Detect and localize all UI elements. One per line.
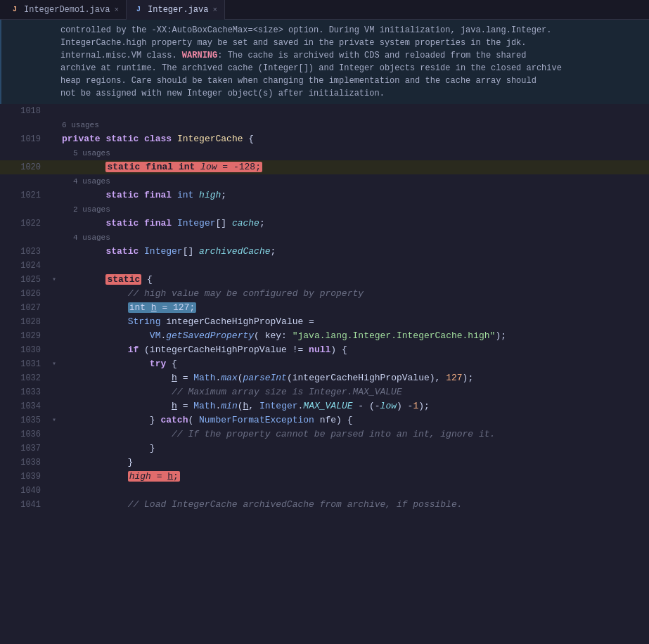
fold-usages2 (49, 202, 59, 217)
code-1033: // Maximum array size is Integer.MAX_VAL… (59, 385, 649, 399)
fold-1026 (49, 287, 59, 301)
line-1021: 1021 static final int high; (0, 188, 649, 202)
linenum-usages5 (0, 146, 49, 160)
linenum-1022: 1022 (0, 217, 49, 231)
code-1028: String integerCacheHighPropValue = (59, 315, 649, 329)
code-1025: static { (59, 273, 649, 287)
tab-close-integer[interactable]: × (212, 6, 217, 14)
linenum-1024: 1024 (0, 259, 49, 273)
line-1026: 1026 // high value may be configured by … (0, 287, 649, 301)
linenum-1033: 1033 (0, 385, 49, 399)
line-1020: 1020 static final int low = -128; (0, 160, 649, 174)
linenum-1036: 1036 (0, 427, 49, 442)
tab-label-integer: Integer.java (148, 5, 208, 15)
code-1027: int h = 127; (59, 301, 649, 315)
linenum-usages4b (0, 231, 49, 245)
line-1040: 1040 (0, 484, 649, 498)
line-1041: 1041 // Load IntegerCache archivedCache … (0, 498, 649, 512)
tab-integerdemo[interactable]: J IntegerDemo1.java × (3, 0, 127, 20)
code-1026: // high value may be configured by prope… (59, 287, 649, 301)
tab-close-integerdemo[interactable]: × (114, 6, 119, 14)
doc-line-5: heap regions. Care should be taken when … (60, 76, 536, 86)
usages-4b: 4 usages (0, 231, 649, 245)
code-1022: static final Integer[] cache; (59, 217, 649, 231)
linenum-1018: 1018 (0, 104, 49, 118)
code-1037: } (59, 442, 649, 456)
linenum-1031: 1031 (0, 357, 49, 371)
line-1029: 1029 VM.getSavedProperty( key: "java.lan… (0, 329, 649, 343)
fold-1037 (49, 442, 59, 456)
usages-6-text[interactable]: 6 usages (59, 118, 649, 132)
fold-1027 (49, 301, 59, 315)
line-1039: 1039 high = h; (0, 470, 649, 484)
fold-1024 (49, 259, 59, 273)
fold-1025[interactable]: ▾ (49, 273, 59, 287)
linenum-1027: 1027 (0, 301, 49, 315)
linenum-1040: 1040 (0, 484, 49, 498)
linenum-usages6 (0, 118, 49, 132)
fold-1018 (49, 104, 59, 118)
tab-label-integerdemo: IntegerDemo1.java (24, 5, 110, 15)
linenum-1035: 1035 (0, 413, 49, 427)
linenum-1037: 1037 (0, 442, 49, 456)
editor-area: controlled by the -XX:AutoBoxCacheMax=<s… (0, 20, 649, 644)
linenum-1025: 1025 (0, 273, 49, 287)
code-1032: h = Math.max(parseInt(integerCacheHighPr… (59, 371, 649, 385)
linenum-usages2 (0, 202, 49, 217)
code-1019: private static class IntegerCache { (59, 132, 649, 146)
code-1040 (59, 484, 649, 498)
fold-1033 (49, 385, 59, 399)
code-panel: controlled by the -XX:AutoBoxCacheMax=<s… (0, 20, 649, 644)
tab-bar: J IntegerDemo1.java × J Integer.java × (0, 0, 649, 20)
line-1024: 1024 (0, 259, 649, 273)
line-1025: 1025 ▾ static { (0, 273, 649, 287)
linenum-1034: 1034 (0, 399, 49, 413)
doc-line-3: internal.misc.VM class. WARNING: The cac… (60, 51, 527, 60)
code-1036: // If the property cannot be parsed into… (59, 427, 649, 442)
fold-1032 (49, 371, 59, 385)
linenum-1019: 1019 (0, 132, 49, 146)
code-1034: h = Math.min(h, Integer.MAX_VALUE - (-lo… (59, 399, 649, 413)
code-1023: static Integer[] archivedCache; (59, 245, 649, 259)
fold-1035[interactable]: ▾ (49, 413, 59, 427)
fold-usages5 (49, 146, 59, 160)
usages-4b-text[interactable]: 4 usages (59, 231, 649, 245)
usages-4a-text[interactable]: 4 usages (59, 174, 649, 188)
code-1020: static final int low = -128; (59, 160, 649, 174)
usages-2-text[interactable]: 2 usages (59, 202, 649, 217)
fold-1031[interactable]: ▾ (49, 357, 59, 371)
usages-5-text[interactable]: 5 usages (59, 146, 649, 160)
linenum-1038: 1038 (0, 456, 49, 470)
linenum-1028: 1028 (0, 315, 49, 329)
code-1035: } catch( NumberFormatException nfe) { (59, 413, 649, 427)
fold-usages4b (49, 231, 59, 245)
fold-1034 (49, 399, 59, 413)
line-1035: 1035 ▾ } catch( NumberFormatException nf… (0, 413, 649, 427)
line-1023: 1023 static Integer[] archivedCache; (0, 245, 649, 259)
fold-1020 (49, 160, 59, 174)
line-1032: 1032 h = Math.max(parseInt(integerCacheH… (0, 371, 649, 385)
code-1030: if (integerCacheHighPropValue != null) { (59, 343, 649, 357)
linenum-1032: 1032 (0, 371, 49, 385)
line-1038: 1038 } (0, 456, 649, 470)
line-1033: 1033 // Maximum array size is Integer.MA… (0, 385, 649, 399)
doc-line-1: controlled by the -XX:AutoBoxCacheMax=<s… (60, 25, 552, 35)
fold-1038 (49, 456, 59, 470)
fold-1040 (49, 484, 59, 498)
line-1037: 1037 } (0, 442, 649, 456)
fold-1039 (49, 470, 59, 484)
linenum-1023: 1023 (0, 245, 49, 259)
fold-1022 (49, 217, 59, 231)
line-1022: 1022 static final Integer[] cache; (0, 217, 649, 231)
tab-integer[interactable]: J Integer.java × (127, 0, 225, 20)
fold-1030 (49, 343, 59, 357)
doc-comment-block: controlled by the -XX:AutoBoxCacheMax=<s… (0, 20, 649, 104)
line-1030: 1030 if (integerCacheHighPropValue != nu… (0, 343, 649, 357)
code-1024 (59, 259, 649, 273)
line-1036: 1036 // If the property cannot be parsed… (0, 427, 649, 442)
fold-1036 (49, 427, 59, 442)
doc-line-6: not be assigned with new Integer object(… (60, 89, 385, 98)
editor-container: J IntegerDemo1.java × J Integer.java × c… (0, 0, 649, 644)
doc-line-2: IntegerCache.high property may be set an… (60, 38, 527, 48)
linenum-1041: 1041 (0, 498, 49, 512)
